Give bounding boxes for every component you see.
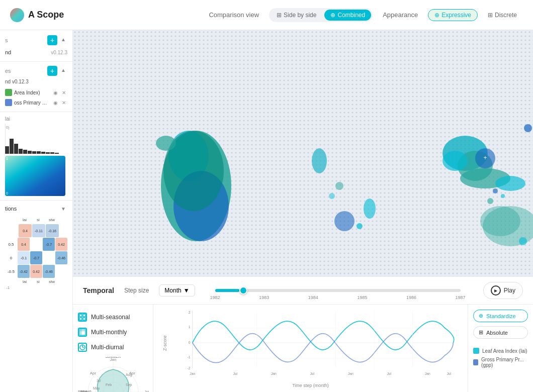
corr-row-label-0 [5, 224, 18, 237]
absolute-label: Absolute [486, 330, 508, 336]
multi-monthly-icon [78, 328, 87, 337]
timeline-labels: 1982 1983 1984 1985 1986 1987 [210, 295, 466, 300]
multi-monthly-option[interactable]: Multi-monthly [78, 325, 148, 340]
y-axis-label: Z-score [162, 335, 167, 351]
year-1987: 1987 [456, 295, 466, 300]
side-by-side-btn[interactable]: ⊞ Side by side [271, 10, 322, 21]
step-dropdown-value: Month [164, 287, 181, 294]
timeline-thumb[interactable] [239, 286, 247, 295]
add-layer-btn[interactable]: + [47, 66, 57, 76]
corr-row-3: -0.5 -0.42 0.42 -0.46 [5, 265, 67, 278]
play-label: Play [504, 287, 515, 294]
svg-text:Aug: Aug [126, 373, 132, 377]
main-map-area: + [73, 30, 533, 276]
collapse-datasets-btn[interactable]: ▲ [59, 35, 67, 43]
legend-lai-color [473, 348, 479, 354]
svg-point-34 [364, 199, 376, 219]
colormap-max: 1 [6, 157, 8, 160]
layer-dataset-name: nd v0.12.3 [5, 79, 67, 84]
colormap-min: 0 [6, 191, 8, 195]
combined-btn[interactable]: ⊕ Combined [324, 10, 371, 21]
logo: A Scope [10, 8, 64, 22]
corr-cell-10: 0.4 [18, 238, 30, 251]
step-dropdown[interactable]: Month ▼ [159, 284, 195, 297]
map-svg: + [73, 30, 533, 276]
histogram-section: lai 0) 1 0 [0, 112, 72, 201]
dataset-version: v0.12.3 [51, 50, 67, 55]
timeline-bar[interactable] [215, 289, 461, 292]
step-size-label: Step size [124, 287, 149, 294]
svg-text:Jan: Jan [425, 372, 430, 375]
corr-row-1: 0.5 0.4 -0.7 0.42 [5, 238, 67, 251]
radial-svg: Jan Apr Jul Oct Jan Oct Mar Apr SUMMER A… [78, 357, 148, 392]
svg-text:-2: -2 [187, 366, 190, 370]
corr-cell-02: -0.16 [46, 224, 59, 237]
play-btn[interactable]: ▶ Play [483, 282, 523, 299]
svg-text:Sep: Sep [126, 383, 132, 387]
add-dataset-btn[interactable]: + [47, 35, 57, 45]
layer1-close-btn[interactable]: ✕ [60, 89, 67, 96]
histogram-label: lai [5, 116, 67, 122]
svg-rect-2 [14, 144, 18, 154]
svg-text:Jan: Jan [190, 372, 195, 375]
layer-row-2: oss Primary Pro... ◉ ✕ [5, 97, 67, 108]
absolute-btn[interactable]: ⊞ Absolute [473, 326, 528, 339]
correlations-section: tions ▼ lai si stw 0.4 -0.11 -0.16 0.5 0… [0, 201, 72, 392]
legend-lai-label: Leaf Area Index (lai) [482, 348, 527, 354]
corr-row-label-1: 0.5 [5, 238, 17, 251]
wave-icon: ⊕ [434, 12, 439, 19]
bottom-header: Temporal Step size Month ▼ 1982 1983 198… [73, 277, 533, 305]
corr-cell-22 [43, 251, 55, 264]
svg-rect-43 [83, 314, 85, 317]
chart-content: Multi-seasonal Multi-monthly [73, 305, 533, 392]
svg-rect-5 [28, 151, 32, 154]
corr-axis-stw: stw [45, 279, 58, 284]
corr-cell-13: 0.42 [55, 238, 67, 251]
corr-cell-01: -0.11 [32, 224, 45, 237]
view-toggle: ⊞ Side by side ⊕ Combined [269, 8, 373, 22]
play-icon: ▶ [491, 285, 501, 296]
expressive-btn[interactable]: ⊕ Expressive [428, 9, 478, 21]
layer2-close-btn[interactable]: ✕ [60, 99, 67, 106]
grid2-icon: ⊞ [479, 329, 483, 336]
correlation-matrix: lai si stw 0.4 -0.11 -0.16 0.5 0.4 -0.7 … [5, 216, 67, 290]
discrete-btn[interactable]: ⊞ Discrete [482, 10, 523, 21]
layer2-visibility-btn[interactable]: ◉ [52, 99, 59, 106]
dropdown-arrow-icon: ▼ [184, 287, 190, 294]
dots-icon: ⊞ [488, 12, 493, 19]
corr-cell-20: -0.1 [18, 251, 30, 264]
logo-icon [10, 8, 24, 22]
datasets-title: s [5, 37, 8, 43]
collapse-layers-btn[interactable]: ▲ [59, 66, 67, 74]
layer2-icon [5, 99, 12, 106]
svg-point-38 [487, 198, 493, 204]
svg-point-36 [493, 188, 498, 193]
svg-text:1: 1 [189, 325, 191, 329]
svg-text:AUTUMN: AUTUMN [147, 390, 148, 392]
svg-text:Jul: Jul [310, 372, 314, 375]
layer1-visibility-btn[interactable]: ◉ [52, 89, 59, 96]
temporal-label: Temporal [83, 286, 114, 295]
standardize-btn[interactable]: ⊕ Standardize [473, 310, 528, 322]
corr-axis-si: si [32, 279, 45, 284]
multi-seasonal-option[interactable]: Multi-seasonal [78, 310, 148, 325]
bottom-panel: Temporal Step size Month ▼ 1982 1983 198… [73, 276, 533, 392]
appearance-section: ⊕ Expressive ⊞ Discrete [428, 9, 523, 21]
corr-header-lai: lai [18, 216, 31, 224]
collapse-correlations-btn[interactable]: ▼ [59, 205, 67, 213]
corr-row-label-3: -0.5 [5, 265, 17, 278]
colormap-gradient [5, 156, 65, 196]
svg-point-33 [334, 211, 354, 231]
multi-diurnal-option[interactable]: Multi-diurnal [78, 340, 148, 355]
corr-scale-label: -1 [5, 285, 67, 290]
corr-cell-32: -0.46 [43, 265, 55, 278]
svg-text:Jul: Jul [387, 372, 391, 375]
legend-gpp-color [473, 359, 478, 365]
timeline-container: 1982 1983 1984 1985 1986 1987 [210, 289, 466, 292]
link-icon: ⊕ [330, 12, 335, 19]
corr-row-label-2: 0 [5, 251, 17, 264]
header: A Scope Comparison view ⊞ Side by side ⊕… [0, 0, 533, 30]
grid-icon: ⊞ [277, 12, 282, 19]
datasets-section: s + ▲ nd v0.12.3 [0, 30, 72, 62]
svg-point-40 [357, 223, 363, 229]
